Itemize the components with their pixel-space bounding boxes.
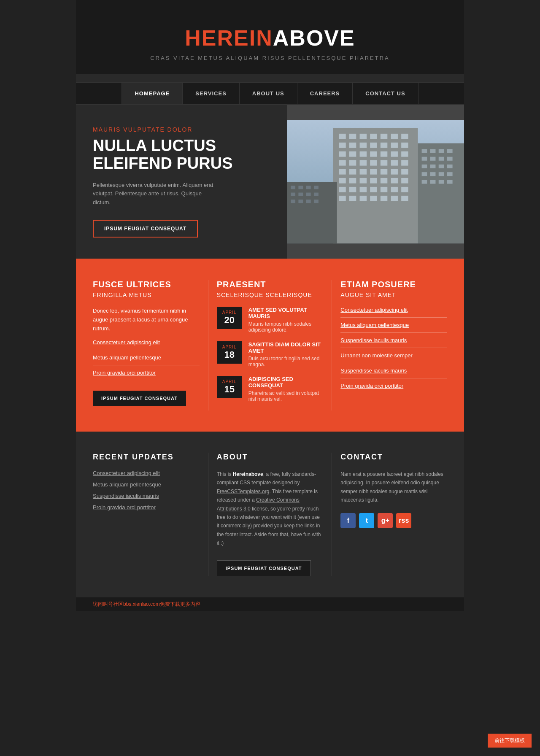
svg-rect-76 [430,180,436,184]
bottom-section: RECENT UPDATES Consectetuer adipiscing e… [76,432,464,597]
hero-image [287,105,464,259]
svg-rect-91 [314,200,319,203]
event-item-3: APRIL 15 ADIPISCING SED CONSEQUAT Pharet… [217,376,324,402]
red-col3-subtitle: AUGUE SIT AMET [340,292,447,298]
bottom-link-3[interactable]: Suspendisse iaculis mauris [93,493,200,499]
svg-rect-66 [447,157,453,161]
svg-rect-36 [401,169,408,175]
hero-cta-button[interactable]: IPSUM FEUGIAT CONSEQUAT [93,220,198,238]
hero-title: NULLA LUCTUS ELEIFEND PURUS [93,137,270,173]
red-col1-subtitle: FRINGILLA METUS [93,292,200,298]
svg-rect-53 [360,196,367,201]
svg-rect-68 [430,165,436,168]
svg-rect-61 [439,149,444,153]
svg-rect-89 [298,200,303,203]
svg-rect-28 [391,160,398,166]
svg-rect-30 [339,169,346,175]
bottom-about-text: This is Hereinabove, a free, fully stand… [217,470,324,548]
bottom-link-4[interactable]: Proin gravida orci porttitor [93,504,200,510]
svg-rect-54 [370,196,377,201]
svg-rect-9 [339,143,346,148]
hero-description: Pellentesque viverra vulputate enim. Ali… [93,181,219,207]
event-day-3: 15 [221,384,238,395]
nav-careers[interactable]: CAREERS [297,83,353,104]
bottom-col-2: ABOUT This is Hereinabove, a free, fully… [208,453,332,576]
svg-rect-12 [370,143,377,148]
watermark-bar: 访问叫号社区bbs.xienlao.com免费下载更多内容 [76,597,464,611]
svg-rect-49 [391,187,398,192]
event-desc-2: Duis arcu tortor fringilla sed sed magna… [248,356,324,367]
red-col-1: FUSCE ULTRICES FRINGILLA METUS Donec leo… [93,280,208,410]
svg-rect-19 [370,151,377,157]
svg-rect-25 [360,160,367,166]
nav-services[interactable]: SERVICES [183,83,240,104]
svg-rect-18 [360,151,367,157]
svg-rect-5 [370,134,377,139]
svg-rect-31 [349,169,356,175]
event-day-1: 20 [221,315,238,326]
contact-text: Nam erat a posuere laoreet eget nibh sod… [340,470,447,505]
svg-rect-75 [422,180,427,184]
svg-rect-72 [430,172,436,176]
svg-rect-22 [401,151,408,157]
event-title-3: ADIPISCING SED CONSEQUAT [248,376,324,389]
red-col1-link-3[interactable]: Proin gravida orci porttitor [93,370,200,380]
red-col1-link-2[interactable]: Metus aliquam pellentesque [93,354,200,365]
rss-icon[interactable]: rss [396,513,411,528]
nav-homepage[interactable]: HOMEPAGE [122,83,183,104]
svg-rect-37 [339,178,346,184]
red-col1-link-1[interactable]: Consectetuer adipiscing elit [93,339,200,350]
freecss-link[interactable]: FreeCSSTemplates.org [217,489,270,494]
svg-rect-16 [339,151,346,157]
svg-rect-4 [360,134,367,139]
svg-rect-81 [298,186,303,189]
svg-rect-90 [306,200,311,203]
svg-rect-32 [360,169,367,175]
svg-rect-88 [291,200,295,203]
bottom-link-1[interactable]: Consectetuer adipiscing elit [93,470,200,476]
red-col3-link-4[interactable]: Urnanet non molestie semper [340,352,447,363]
svg-rect-56 [391,196,398,201]
cc-link[interactable]: Creative Commons Attributions 3.0 [217,497,300,511]
event-date-box-1: APRIL 20 [217,307,242,329]
svg-rect-60 [430,149,436,153]
svg-rect-64 [430,157,436,161]
svg-rect-26 [370,160,377,166]
logo: HEREINABOVE [84,25,456,51]
svg-rect-38 [349,178,356,184]
svg-rect-52 [349,196,356,201]
red-col1-title: FUSCE ULTRICES [93,280,200,289]
red-col2-title: PRAESENT [217,280,324,289]
red-col1-button[interactable]: IPSUM FEUGIAT CONSEQUAT [93,391,186,406]
bottom-col3-title: CONTACT [340,453,447,462]
red-col3-link-3[interactable]: Suspendisse iaculis mauris [340,337,447,348]
svg-rect-8 [401,134,408,139]
bottom-link-2[interactable]: Metus aliquam pellentesque [93,481,200,488]
svg-rect-47 [370,187,377,192]
twitter-icon[interactable]: t [359,513,374,528]
nav-contact-us[interactable]: CONTACT US [353,83,418,104]
svg-rect-83 [314,186,319,189]
svg-rect-50 [401,187,408,192]
svg-rect-77 [439,180,444,184]
svg-rect-29 [401,160,408,166]
svg-rect-45 [349,187,356,192]
red-col3-link-1[interactable]: Consectetuer adipiscing elit [340,307,447,318]
red-col3-link-5[interactable]: Suspendisse iaculis mauris [340,367,447,378]
bottom-col2-title: ABOUT [217,453,324,462]
bottom-col2-button[interactable]: IPSUM FEUGIAT CONSEQUAT [217,560,311,576]
svg-rect-51 [339,196,346,201]
svg-rect-69 [439,165,444,168]
red-col3-link-6[interactable]: Proin gravida orci porttitor [340,383,447,393]
google-plus-icon[interactable]: g+ [378,513,393,528]
svg-rect-70 [447,165,453,168]
social-icons: f t g+ rss [340,513,447,528]
facebook-icon[interactable]: f [340,513,356,528]
nav-about-us[interactable]: ABOUT US [240,83,297,104]
svg-rect-11 [360,143,367,148]
svg-rect-7 [391,134,398,139]
event-title-1: AMET SED VOLUTPAT MAURIS [248,307,324,319]
svg-rect-34 [381,169,387,175]
red-col3-link-2[interactable]: Metus aliquam pellentesque [340,322,447,333]
event-day-2: 18 [221,349,238,360]
